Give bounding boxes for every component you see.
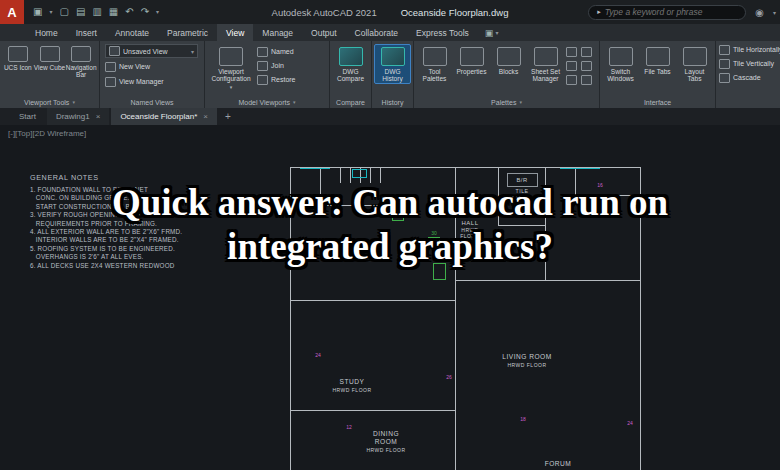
tab-manage[interactable]: Manage [253, 24, 302, 41]
tile-horizontally-button[interactable]: Tile Horizontally [719, 43, 780, 56]
button-label: Join [271, 62, 284, 69]
close-icon[interactable]: × [203, 112, 208, 121]
dwg-history-button[interactable]: DWG History [374, 44, 411, 84]
tile-vertically-button[interactable]: Tile Vertically [719, 57, 780, 70]
tab-collaborate[interactable]: Collaborate [346, 24, 407, 41]
panel-label-interface[interactable]: Interface [600, 96, 715, 108]
open-icon[interactable]: ▤ [76, 7, 85, 17]
viewport-configuration-icon [219, 47, 243, 66]
navigation-bar-button[interactable]: Navigation Bar [65, 44, 97, 78]
room-label: HRWD FLOOR [507, 362, 546, 368]
new-file-icon[interactable]: ▢ [59, 7, 68, 17]
tab-express-tools[interactable]: Express Tools [407, 24, 478, 41]
model-space-canvas[interactable]: [-][Top][2D Wireframe] GENERAL NOTES 1. … [0, 125, 780, 470]
featured-apps-tab[interactable]: ▣ ▾ [478, 24, 506, 41]
room-label: ROOM [375, 438, 398, 445]
properties-button[interactable]: Properties [453, 44, 490, 77]
redo-icon[interactable]: ↷ [141, 7, 149, 17]
view-icon [109, 46, 120, 56]
panel-label-compare[interactable]: Compare [330, 96, 371, 108]
file-tab-label: Start [19, 112, 36, 121]
blocks-icon [497, 47, 521, 66]
tab-view[interactable]: View [217, 24, 253, 41]
navigation-bar-icon [71, 46, 91, 62]
ribbon: UCS Icon View Cube Navigation Bar Viewpo… [0, 41, 780, 108]
palette-extra-icon[interactable] [566, 61, 577, 71]
view-combo[interactable]: Unsaved View ▾ [105, 44, 198, 58]
workspace-icon[interactable]: ▣ [33, 7, 42, 17]
named-viewport-icon [257, 47, 268, 57]
ucs-icon-button[interactable]: UCS Icon [2, 44, 34, 71]
button-label: Navigation Bar [65, 64, 97, 78]
button-label: Switch Windows [603, 68, 638, 82]
chevron-down-icon[interactable]: ▾ [156, 9, 159, 15]
search-arrow-icon: ▸ [597, 8, 601, 16]
window-title: Autodesk AutoCAD 2021 Oceanside Floorpla… [272, 0, 509, 24]
panel-label-text: History [382, 99, 404, 106]
autocad-window: A ▣ ▾ ▢ ▤ ▥ ▦ ↶ ↷ ▾ Autodesk AutoCAD 202… [0, 0, 780, 470]
panel-interface: Switch Windows File Tabs Layout Tabs Int… [600, 41, 716, 108]
button-label: Cascade [733, 74, 761, 81]
undo-icon[interactable]: ↶ [125, 7, 133, 17]
room-label: FORUM [545, 460, 572, 467]
sheet-set-manager-button[interactable]: Sheet Set Manager [527, 44, 564, 84]
blocks-button[interactable]: Blocks [490, 44, 527, 77]
save-icon[interactable]: ▥ [92, 7, 101, 17]
layout-tabs-button[interactable]: Layout Tabs [676, 44, 713, 84]
chevron-down-icon[interactable]: ▾ [773, 9, 776, 16]
palette-extra-icon[interactable] [581, 47, 592, 57]
headline-line1: Quick answer: Can autocad run on [0, 181, 780, 225]
new-view-button[interactable]: New View [105, 60, 198, 73]
tab-home[interactable]: Home [26, 24, 67, 41]
user-account-icon[interactable]: ◉ [755, 7, 764, 18]
view-manager-button[interactable]: View Manager [105, 75, 198, 88]
search-box[interactable]: ▸ [588, 5, 746, 20]
viewport-configuration-button[interactable]: Viewport Configuration ▾ [207, 44, 255, 94]
dimension-label: 26 [446, 374, 452, 380]
panel-label-text: Interface [644, 99, 671, 106]
titlebar-right: ▸ ◉ ▾ [588, 5, 780, 20]
chevron-down-icon: ▾ [230, 84, 233, 91]
panel-label-named-views[interactable]: Named Views [100, 96, 204, 108]
switch-windows-button[interactable]: Switch Windows [602, 44, 639, 84]
tool-palettes-icon [423, 47, 447, 66]
palette-extra-icon[interactable] [566, 47, 577, 57]
tile-horizontally-icon [719, 45, 730, 55]
autocad-logo[interactable]: A [0, 0, 24, 24]
tab-parametric[interactable]: Parametric [158, 24, 217, 41]
file-tabs-button[interactable]: File Tabs [639, 44, 676, 77]
panel-label-model-viewports[interactable]: Model Viewports ▾ [205, 96, 329, 108]
palette-extra-icon[interactable] [566, 75, 577, 85]
tab-annotate[interactable]: Annotate [106, 24, 158, 41]
plot-icon[interactable]: ▦ [109, 7, 118, 17]
viewport-controls[interactable]: [-][Top][2D Wireframe] [8, 129, 86, 138]
ribbon-tab-bar: Home Insert Annotate Parametric View Man… [0, 24, 780, 41]
plus-icon: + [225, 111, 231, 122]
palette-extra-icon[interactable] [581, 75, 592, 85]
panel-history: DWG History History [372, 41, 414, 108]
dwg-compare-button[interactable]: DWG Compare [332, 44, 369, 84]
file-tab-start[interactable]: Start [10, 108, 45, 125]
new-drawing-tab-button[interactable]: + [219, 108, 237, 125]
restore-viewport-button[interactable]: Restore [257, 73, 296, 86]
view-cube-button[interactable]: View Cube [34, 44, 66, 71]
dimension-label: 12 [346, 424, 352, 430]
tab-output[interactable]: Output [302, 24, 346, 41]
panel-label-text: Model Viewports [238, 99, 290, 106]
panel-label-palettes[interactable]: Palettes ▾ [414, 96, 599, 108]
panel-label-viewport-tools[interactable]: Viewport Tools ▾ [0, 96, 99, 108]
panel-label-text: Palettes [491, 99, 516, 106]
join-viewport-button[interactable]: Join [257, 59, 296, 72]
panel-compare: DWG Compare Compare [330, 41, 372, 108]
palette-extra-icon[interactable] [581, 61, 592, 71]
tab-insert[interactable]: Insert [67, 24, 106, 41]
panel-label-history[interactable]: History [372, 96, 413, 108]
file-tab-drawing1[interactable]: Drawing1 × [47, 108, 109, 125]
close-icon[interactable]: × [96, 112, 101, 121]
named-viewport-button[interactable]: Named [257, 45, 296, 58]
chevron-down-icon[interactable]: ▾ [49, 9, 52, 15]
cascade-button[interactable]: Cascade [719, 71, 780, 84]
tool-palettes-button[interactable]: Tool Palettes [416, 44, 453, 84]
file-tab-oceanside-floorplan[interactable]: Oceanside Floorplan* × [111, 108, 217, 125]
search-input[interactable] [605, 7, 737, 17]
